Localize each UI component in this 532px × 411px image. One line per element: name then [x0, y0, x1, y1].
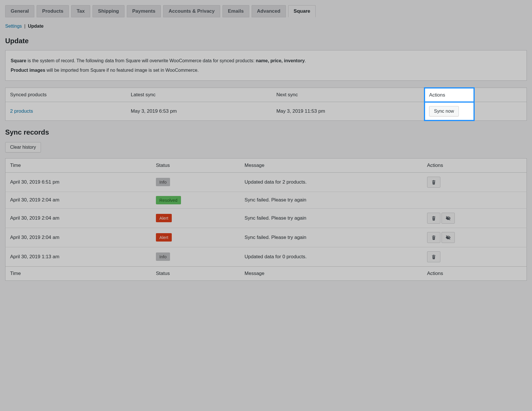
- hide-record-button[interactable]: [442, 232, 455, 243]
- records-foot-status: Status: [151, 266, 240, 280]
- records-col-status: Status: [151, 158, 240, 172]
- settings-tabs: GeneralProductsTaxShippingPaymentsAccoun…: [5, 5, 527, 17]
- trash-icon: [431, 254, 436, 259]
- notice-bold-square: Square: [11, 58, 26, 63]
- tab-shipping[interactable]: Shipping: [93, 5, 124, 17]
- record-time: April 30, 2019 1:13 am: [5, 247, 152, 266]
- hide-record-button[interactable]: [442, 213, 455, 224]
- delete-record-button[interactable]: [427, 177, 440, 188]
- record-status: Alert: [151, 208, 240, 228]
- records-col-actions: Actions: [422, 158, 527, 172]
- records-col-time: Time: [5, 158, 152, 172]
- records-foot-time: Time: [5, 266, 152, 280]
- record-message: Updated data for 2 products.: [240, 172, 422, 192]
- subnav-settings-link[interactable]: Settings: [5, 24, 22, 29]
- tab-square[interactable]: Square: [288, 5, 316, 17]
- record-time: April 30, 2019 6:51 pm: [5, 172, 152, 192]
- tab-emails[interactable]: Emails: [222, 5, 249, 17]
- heading-update: Update: [5, 37, 527, 45]
- notice-bold-images: Product images: [11, 68, 45, 73]
- delete-record-button[interactable]: [427, 213, 440, 224]
- system-of-record-notice: Square is the system of record. The foll…: [5, 50, 527, 81]
- table-row: April 30, 2019 6:51 pmInfoUpdated data f…: [5, 172, 527, 192]
- records-col-message: Message: [240, 158, 422, 172]
- record-status: Info: [151, 247, 240, 266]
- table-row: April 30, 2019 2:04 amAlertSync failed. …: [5, 208, 527, 228]
- table-row: April 30, 2019 2:04 amResolvedSync faile…: [5, 192, 527, 208]
- notice-text-1-end: .: [305, 58, 306, 63]
- record-message: Sync failed. Please try again: [240, 192, 422, 208]
- record-status: Resolved: [151, 192, 240, 208]
- delete-record-button[interactable]: [427, 232, 440, 243]
- tab-tax[interactable]: Tax: [71, 5, 90, 17]
- status-badge-alert: Alert: [156, 214, 172, 222]
- trash-icon: [431, 235, 436, 240]
- record-status: Info: [151, 172, 240, 192]
- col-actions: Actions: [425, 88, 474, 102]
- table-row: April 30, 2019 2:04 amAlertSync failed. …: [5, 228, 527, 247]
- record-actions: [422, 172, 527, 192]
- tab-payments[interactable]: Payments: [127, 5, 161, 17]
- record-time: April 30, 2019 2:04 am: [5, 192, 152, 208]
- notice-text-2: will be imported from Square if no featu…: [45, 68, 199, 73]
- sync-summary-table: Synced products Latest sync Next sync Ac…: [5, 88, 527, 121]
- record-actions: [422, 208, 527, 228]
- records-foot-message: Message: [240, 266, 422, 280]
- col-latest-sync: Latest sync: [126, 88, 272, 102]
- record-message: Updated data for 0 products.: [240, 247, 422, 266]
- subnav-current: Update: [28, 24, 44, 29]
- record-actions: [422, 247, 527, 266]
- synced-products-link[interactable]: 2 products: [10, 108, 33, 114]
- record-message: Sync failed. Please try again: [240, 228, 422, 247]
- delete-record-button[interactable]: [427, 251, 440, 262]
- notice-text-1: is the system of record. The following d…: [26, 58, 256, 63]
- eye-off-icon: [446, 216, 451, 221]
- square-subnav: Settings | Update: [5, 24, 527, 29]
- col-synced-products: Synced products: [5, 88, 126, 102]
- clear-history-button[interactable]: Clear history: [5, 142, 41, 152]
- sync-now-button[interactable]: Sync now: [429, 106, 459, 116]
- record-actions: [422, 228, 527, 247]
- tab-advanced[interactable]: Advanced: [252, 5, 286, 17]
- col-next-sync: Next sync: [272, 88, 425, 102]
- tab-general[interactable]: General: [5, 5, 34, 17]
- tab-products[interactable]: Products: [37, 5, 69, 17]
- sync-records-table: Time Status Message Actions April 30, 20…: [5, 158, 527, 281]
- table-row: April 30, 2019 1:13 amInfoUpdated data f…: [5, 247, 527, 266]
- next-sync-value: May 3, 2019 11:53 pm: [272, 102, 425, 121]
- subnav-separator: |: [24, 24, 25, 29]
- records-foot-actions: Actions: [422, 266, 527, 280]
- record-actions: [422, 192, 527, 208]
- heading-sync-records: Sync records: [5, 128, 527, 136]
- record-time: April 30, 2019 2:04 am: [5, 228, 152, 247]
- col-spacer: [474, 88, 527, 102]
- record-time: April 30, 2019 2:04 am: [5, 208, 152, 228]
- status-badge-info: Info: [156, 178, 170, 186]
- record-status: Alert: [151, 228, 240, 247]
- tab-accounts-privacy[interactable]: Accounts & Privacy: [163, 5, 220, 17]
- trash-icon: [431, 216, 436, 221]
- latest-sync-value: May 3, 2019 6:53 pm: [126, 102, 272, 121]
- notice-bold-fields: name, price, inventory: [256, 58, 305, 63]
- eye-off-icon: [446, 235, 451, 240]
- record-message: Sync failed. Please try again: [240, 208, 422, 228]
- status-badge-alert: Alert: [156, 233, 172, 242]
- status-badge-info: Info: [156, 252, 170, 261]
- trash-icon: [431, 180, 436, 185]
- status-badge-resolved: Resolved: [156, 196, 181, 204]
